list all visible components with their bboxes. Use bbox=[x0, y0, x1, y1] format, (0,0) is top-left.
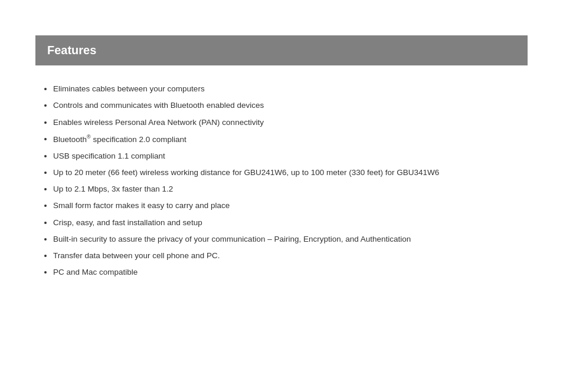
list-item: PC and Mac compatible bbox=[53, 266, 528, 278]
list-item: Crisp, easy, and fast installation and s… bbox=[53, 217, 528, 229]
list-item: Transfer data between your cell phone an… bbox=[53, 250, 528, 262]
list-item: Enables wireless Personal Area Network (… bbox=[53, 117, 528, 129]
features-list: Eliminates cables between your computers… bbox=[35, 83, 528, 279]
list-item: Eliminates cables between your computers bbox=[53, 83, 528, 95]
list-item: Bluetooth® specification 2.0 compliant bbox=[53, 133, 528, 146]
list-item: Small form factor makes it easy to carry… bbox=[53, 200, 528, 212]
list-item: Up to 2.1 Mbps, 3x faster than 1.2 bbox=[53, 183, 528, 195]
list-item: Controls and communicates with Bluetooth… bbox=[53, 100, 528, 111]
list-item: Built-in security to assure the privacy … bbox=[53, 233, 528, 245]
page-container: Features Eliminates cables between your … bbox=[0, 35, 563, 392]
features-header: Features bbox=[35, 35, 528, 65]
list-item: Up to 20 meter (66 feet) wireless workin… bbox=[53, 167, 528, 179]
list-item: USB specification 1.1 compliant bbox=[53, 150, 528, 162]
features-title: Features bbox=[47, 44, 96, 57]
